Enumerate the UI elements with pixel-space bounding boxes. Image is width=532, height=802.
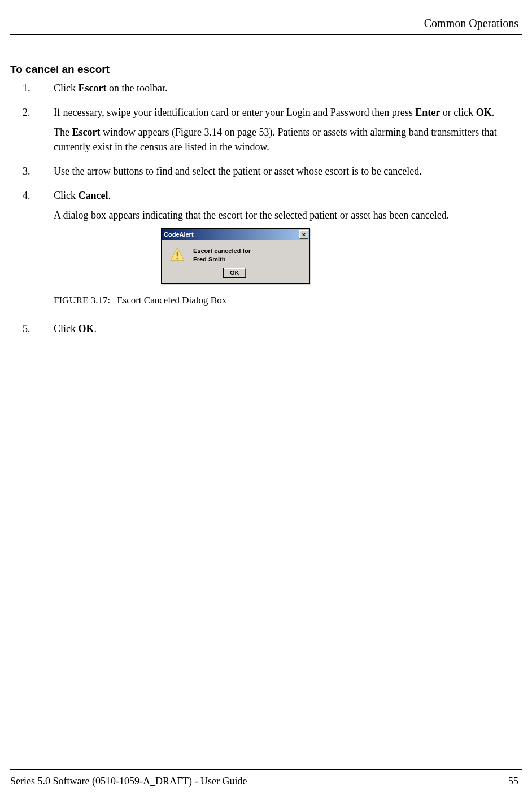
- step-text: window appears (Figure 3.14 on page 53).…: [54, 127, 497, 152]
- page-header-section: Common Operations: [10, 17, 522, 34]
- step-text-bold: OK: [79, 323, 94, 334]
- footer-left: Series 5.0 Software (0510-1059-A_DRAFT) …: [10, 775, 247, 787]
- step-text: .: [108, 190, 111, 201]
- step-text: Click: [54, 190, 79, 201]
- step-item: 1. Click Escort on the toolbar.: [10, 81, 522, 101]
- figure: CodeAlert × Escort canceled: [54, 228, 522, 307]
- step-body: Click Escort on the toolbar.: [48, 81, 522, 101]
- step-text-bold: OK: [476, 107, 492, 118]
- figure-caption-text: Escort Canceled Dialog Box: [117, 295, 226, 306]
- step-text: .: [94, 323, 97, 334]
- steps-list: 1. Click Escort on the toolbar. 2. If ne…: [10, 81, 522, 342]
- step-body: Click OK.: [48, 322, 522, 342]
- step-text: If necessary, swipe your identification …: [54, 107, 415, 118]
- dialog-message: Escort canceled for Fred Smith: [193, 247, 251, 264]
- dialog-title: CodeAlert: [164, 230, 194, 239]
- step-text: Use the arrow buttons to find and select…: [54, 165, 422, 177]
- dialog-message-line: Fred Smith: [193, 255, 251, 264]
- step-number: 3.: [10, 164, 48, 184]
- svg-rect-1: [177, 252, 178, 257]
- section-heading: To cancel an escort: [10, 63, 522, 76]
- page-number: 55: [508, 775, 518, 787]
- step-text: Click: [54, 82, 79, 94]
- dialog-button-row: OK: [162, 267, 309, 283]
- step-text: A dialog box appears indicating that the…: [54, 210, 449, 221]
- step-text: on the toolbar.: [106, 82, 167, 94]
- step-item: 3. Use the arrow buttons to find and sel…: [10, 164, 522, 184]
- step-item: 2. If necessary, swipe your identificati…: [10, 106, 522, 160]
- step-text: or click: [440, 107, 476, 118]
- footer-rule: [10, 769, 522, 770]
- step-number: 4.: [10, 189, 48, 317]
- dialog-body: Escort canceled for Fred Smith: [162, 240, 309, 267]
- svg-point-2: [176, 258, 178, 260]
- ok-button[interactable]: OK: [224, 268, 246, 277]
- step-body: Use the arrow buttons to find and select…: [48, 164, 522, 184]
- step-text-bold: Escort: [72, 127, 100, 138]
- step-text: .: [492, 107, 495, 118]
- step-text-bold: Escort: [79, 82, 107, 94]
- step-text: The: [54, 127, 72, 138]
- step-text-bold: Cancel: [79, 190, 108, 201]
- warning-icon: [169, 247, 185, 261]
- step-text: Click: [54, 323, 79, 334]
- dialog-message-line: Escort canceled for: [193, 247, 251, 255]
- step-text-bold: Enter: [415, 107, 440, 118]
- step-body: Click Cancel. A dialog box appears indic…: [48, 189, 522, 317]
- step-item: 5. Click OK.: [10, 322, 522, 342]
- figure-caption: FIGURE 3.17:Escort Canceled Dialog Box: [54, 294, 522, 307]
- header-rule: [10, 34, 522, 35]
- figure-label: FIGURE 3.17:: [54, 295, 110, 306]
- step-item: 4. Click Cancel. A dialog box appears in…: [10, 189, 522, 317]
- codealert-dialog: CodeAlert × Escort canceled: [161, 228, 310, 284]
- step-number: 5.: [10, 322, 48, 342]
- step-body: If necessary, swipe your identification …: [48, 106, 522, 160]
- step-number: 1.: [10, 81, 48, 101]
- dialog-titlebar: CodeAlert ×: [162, 229, 309, 240]
- footer-area: Series 5.0 Software (0510-1059-A_DRAFT) …: [10, 769, 522, 791]
- step-number: 2.: [10, 106, 48, 160]
- close-icon[interactable]: ×: [299, 230, 308, 239]
